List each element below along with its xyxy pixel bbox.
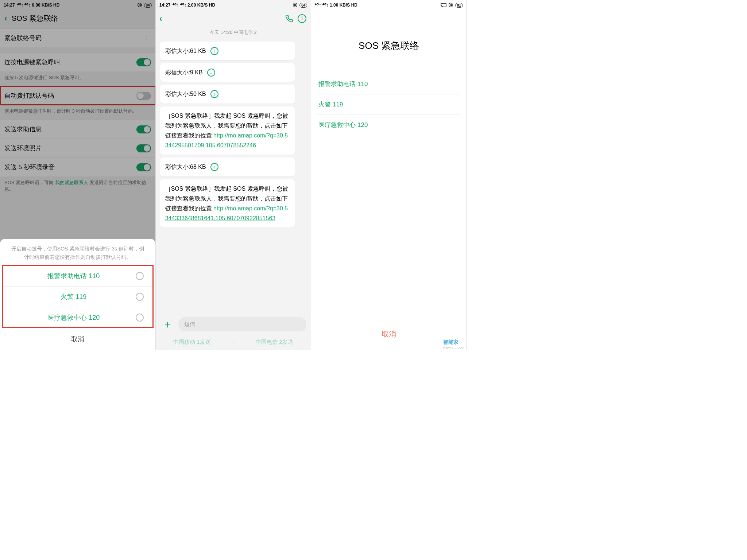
toggle-on-icon[interactable] [136,125,151,133]
status-user-icon: ⓐ [293,2,297,8]
status-time: 14:27 [4,3,15,8]
status-battery: 81 [455,3,463,8]
row-help-sub: SOS 紧急呼叫后，可向 我的紧急联系人 发送附带当前位置的求助信息。 [0,176,155,198]
mms-bubble[interactable]: 彩信大小:61 KB ↓ [160,42,295,60]
row-emergency-numbers[interactable]: 紧急联络号码 〉 [0,28,155,47]
mms-bubble[interactable]: 彩信大小:68 KB ↓ [160,158,295,176]
status-battery: 84 [299,3,307,8]
row-power-sos[interactable]: 连按电源键紧急呼叫 [0,52,155,71]
sos-item-119[interactable]: 火警 119 [316,94,461,115]
page-header: ‹ SOS 紧急联络 [0,10,155,28]
row-label: 自动拨打默认号码 [4,92,54,100]
sheet-cancel-button[interactable]: 取消 [0,328,155,350]
toggle-on-icon[interactable] [136,58,151,66]
compose-bar: ＋ 短信 [156,314,311,335]
download-icon[interactable]: ↓ [210,163,218,171]
sheet-options-group: 报警求助电话 110 火警 119 医疗急救中心 120 [2,265,153,328]
mms-size-text: 彩信大小:68 KB [165,162,206,172]
row-label: 发送 5 秒环境录音 [4,163,55,171]
call-icon[interactable] [285,14,294,23]
status-bar: 14:27 ⁴ᴳ↕ ⁴ᴳ↕ 2.00 KB/S HD ⓐ 84 [156,0,311,10]
sos-list-panel: ⁴ᴳ↕ ⁴ᴳ↕ 1.00 KB/S HD ⓐ 81 SOS 紧急联络 报警求助电… [311,0,467,350]
status-bar: ⁴ᴳ↕ ⁴ᴳ↕ 1.00 KB/S HD ⓐ 81 [311,0,467,10]
status-bar: 14:27 ⁴ᴳ↕ ⁴ᴳ↕ 0.00 KB/S HD ⓐ 84 [0,0,155,10]
send-sim2[interactable]: 中国电信 2发送 [256,339,293,346]
status-signal: ⁴ᴳ↕ ⁴ᴳ↕ 1.00 KB/S HD [315,3,357,8]
download-icon[interactable]: ↓ [210,90,218,98]
sheet-option-110[interactable]: 报警求助电话 110 [2,265,153,286]
radio-unselected-icon [136,293,144,301]
mms-bubble[interactable]: 彩信大小:9 KB ↓ [160,63,295,82]
row-send-help[interactable]: 发送求助信息 [0,120,155,139]
mms-size-text: 彩信大小:9 KB [165,67,203,77]
auto-dial-sheet: 开启自动拨号，使用SOS 紧急联络时会进行 3s 倒计时，倒计时结束前若您没有操… [0,239,155,350]
toggle-off-icon[interactable] [136,92,151,100]
send-sim-tabs: 中国移动 1发送 | 中国电信 2发送 [156,335,311,350]
mms-size-text: 彩信大小:61 KB [165,46,206,56]
sos-number-list: 报警求助电话 110 火警 119 医疗急救中心 120 [311,74,467,135]
toggle-on-icon[interactable] [136,144,151,152]
status-signal: ⁴ᴳ↕ ⁴ᴳ↕ 2.00 KB/S HD [173,3,215,8]
thread-meta: 今天 14:20 中国电信 2 [156,27,311,39]
row-auto-dial[interactable]: 自动拨打默认号码 [0,86,155,105]
page-title: SOS 紧急联络 [311,10,467,74]
status-battery: 84 [144,3,152,8]
radio-unselected-icon [136,272,144,280]
messages-panel: 14:27 ⁴ᴳ↕ ⁴ᴳ↕ 2.00 KB/S HD ⓐ 84 ‹ i 今天 1… [156,0,311,350]
row-send-env-photo[interactable]: 发送环境照片 [0,139,155,158]
sheet-option-119[interactable]: 火警 119 [2,286,153,307]
page-title: SOS 紧急联络 [12,13,58,23]
sos-item-120[interactable]: 医疗急救中心 120 [316,115,461,135]
row-auto-dial-sub: 使用电源键紧急呼叫时，倒计时 3 秒自动拨打设置的默认号码。 [0,105,155,120]
my-emergency-contacts-link[interactable]: 我的紧急联系人 [55,180,88,185]
info-icon[interactable]: i [298,14,306,23]
message-list: 彩信大小:61 KB ↓ 彩信大小:9 KB ↓ 彩信大小:50 KB ↓ ［S… [156,39,311,314]
download-icon[interactable]: ↓ [210,47,218,55]
row-power-sos-sub: 连按 5 次电源键进行 SOS 紧急呼叫。 [0,71,155,86]
status-user-icon: ⓐ [138,2,142,8]
toggle-on-icon[interactable] [136,163,151,171]
row-send-5s-audio[interactable]: 发送 5 秒环境录音 [0,158,155,176]
sos-message-bubble[interactable]: ［SOS 紧急联络］我发起 SOS 紧急呼叫，您被我列为紧急联系人，我需要您的帮… [160,106,295,155]
add-attachment-icon[interactable]: ＋ [160,318,175,331]
contact-name-blurred [178,13,270,24]
status-user-icon: ⓐ [449,2,453,8]
sheet-hint: 开启自动拨号，使用SOS 紧急联络时会进行 3s 倒计时，倒计时结束前若您没有操… [0,239,155,265]
option-label: 火警 119 [12,292,136,301]
chevron-right-icon: 〉 [145,34,151,42]
row-label: 连按电源键紧急呼叫 [4,58,60,66]
status-time: 14:27 [159,3,171,8]
send-sim1[interactable]: 中国移动 1发送 [173,339,211,346]
option-label: 医疗急救中心 120 [12,313,136,322]
sos-item-110[interactable]: 报警求助电话 110 [316,74,461,94]
radio-unselected-icon [136,314,144,322]
back-icon[interactable]: ‹ [3,13,9,23]
row-label: 发送环境照片 [4,144,42,152]
message-input[interactable]: 短信 [178,317,307,331]
mms-bubble[interactable]: 彩信大小:50 KB ↓ [160,85,295,103]
sos-message-bubble[interactable]: ［SOS 紧急联络］我发起 SOS 紧急呼叫，您被我列为紧急联系人，我需要您的帮… [160,179,295,228]
status-signal: ⁴ᴳ↕ ⁴ᴳ↕ 0.00 KB/S HD [17,3,60,8]
row-label: 紧急联络号码 [4,34,42,42]
option-label: 报警求助电话 110 [12,272,136,280]
settings-panel: 14:27 ⁴ᴳ↕ ⁴ᴳ↕ 0.00 KB/S HD ⓐ 84 ‹ SOS 紧急… [0,0,156,350]
conversation-header: ‹ i [156,10,311,27]
row-label: 发送求助信息 [4,125,42,133]
sheet-option-120[interactable]: 医疗急救中心 120 [2,307,153,328]
watermark: 智能家 www.znj.com [443,339,464,349]
mms-size-text: 彩信大小:50 KB [165,89,206,99]
download-icon[interactable]: ↓ [207,69,215,77]
cast-icon [441,3,446,7]
back-icon[interactable]: ‹ [158,13,164,24]
